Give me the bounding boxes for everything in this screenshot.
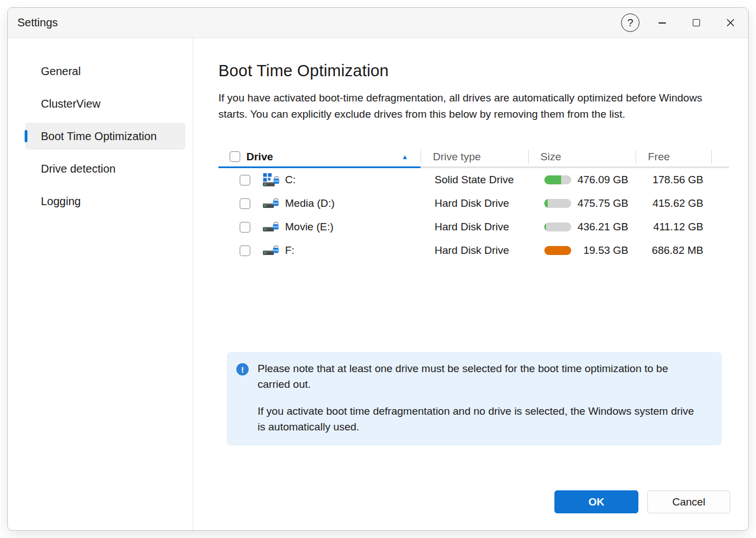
sidebar-item-general[interactable]: General xyxy=(25,58,185,85)
sidebar-item-drive-detection[interactable]: Drive detection xyxy=(25,155,185,182)
notice-text: Please note that at least one drive must… xyxy=(258,361,703,435)
free-value: 411.12 GB xyxy=(636,215,711,239)
column-header-free[interactable]: Free xyxy=(636,147,711,168)
drive-icon xyxy=(263,173,279,187)
main-content: Boot Time Optimization If you have activ… xyxy=(193,38,748,531)
row-extra-cell xyxy=(711,215,729,239)
drive-icon xyxy=(263,220,279,234)
footer-buttons: OK Cancel xyxy=(554,490,730,513)
sidebar: General ClusterView Boot Time Optimizati… xyxy=(8,38,193,531)
drive-checkbox[interactable] xyxy=(240,175,250,185)
maximize-icon[interactable] xyxy=(687,13,706,32)
notice-paragraph-1: Please note that at least one drive must… xyxy=(258,361,703,392)
drive-name: Movie (E:) xyxy=(285,221,334,233)
page-description: If you have activated boot-time defragme… xyxy=(218,90,731,122)
titlebar: Settings ? xyxy=(8,8,748,38)
column-header-drive-label: Drive xyxy=(246,151,273,163)
table-row[interactable]: Media (D:) Hard Disk Drive 475.75 GB 415… xyxy=(218,192,729,215)
usage-bar-fill xyxy=(544,246,571,255)
sidebar-item-label: Logging xyxy=(41,195,81,208)
usage-bar xyxy=(544,199,571,208)
drive-checkbox[interactable] xyxy=(240,198,250,209)
drive-type: Solid State Drive xyxy=(421,168,528,192)
drives-table: Drive ▲ Drive type Size Free xyxy=(218,147,729,262)
notice-box: ! Please note that at least one drive mu… xyxy=(227,352,722,446)
table-body: C: Solid State Drive 476.09 GB 178.56 GB xyxy=(218,168,729,262)
column-header-size[interactable]: Size xyxy=(528,147,636,168)
table-row[interactable]: F: Hard Disk Drive 19.53 GB 686.82 MB xyxy=(218,239,729,262)
drive-name: Media (D:) xyxy=(285,197,335,210)
cancel-button[interactable]: Cancel xyxy=(647,490,730,513)
sidebar-item-clusterview[interactable]: ClusterView xyxy=(25,90,185,117)
usage-bar xyxy=(544,246,571,255)
free-value: 178.56 GB xyxy=(636,168,711,192)
help-icon[interactable]: ? xyxy=(621,13,640,32)
row-extra-cell xyxy=(711,192,729,215)
size-value: 475.75 GB xyxy=(571,197,636,210)
usage-bar xyxy=(544,175,571,184)
column-header-extra xyxy=(711,147,729,168)
sidebar-item-label: Boot Time Optimization xyxy=(41,130,157,143)
free-value: 415.62 GB xyxy=(636,192,711,215)
table-row[interactable]: Movie (E:) Hard Disk Drive 436.21 GB 411… xyxy=(218,215,729,239)
size-value: 19.53 GB xyxy=(571,244,636,257)
drive-type: Hard Disk Drive xyxy=(421,239,528,262)
settings-window: Settings ? General ClusterView Boot Time… xyxy=(7,7,749,531)
sort-ascending-icon: ▲ xyxy=(402,153,408,161)
drive-name: F: xyxy=(285,244,295,257)
drive-type: Hard Disk Drive xyxy=(421,215,528,239)
sidebar-item-boot-time-optimization[interactable]: Boot Time Optimization xyxy=(25,123,185,150)
usage-bar-fill xyxy=(544,175,561,184)
sidebar-item-logging[interactable]: Logging xyxy=(25,188,185,215)
size-value: 476.09 GB xyxy=(571,174,636,186)
info-icon: ! xyxy=(236,363,249,375)
row-extra-cell xyxy=(711,239,729,262)
free-value: 686.82 MB xyxy=(636,239,711,262)
usage-bar-fill xyxy=(544,199,548,208)
page-title: Boot Time Optimization xyxy=(218,61,748,81)
table-row[interactable]: C: Solid State Drive 476.09 GB 178.56 GB xyxy=(218,168,729,192)
column-header-drive-type[interactable]: Drive type xyxy=(421,147,528,168)
notice-paragraph-2: If you activate boot time defragmentatio… xyxy=(258,404,703,435)
window-title: Settings xyxy=(17,16,58,29)
ok-button[interactable]: OK xyxy=(554,490,638,513)
titlebar-controls: ? xyxy=(621,13,740,32)
table-header: Drive ▲ Drive type Size Free xyxy=(218,147,729,168)
sidebar-item-label: Drive detection xyxy=(41,163,115,175)
usage-bar xyxy=(544,222,571,231)
drive-checkbox[interactable] xyxy=(240,222,250,233)
close-icon[interactable] xyxy=(721,13,740,32)
sidebar-item-label: ClusterView xyxy=(41,98,100,110)
drive-icon xyxy=(263,196,279,211)
column-header-drive[interactable]: Drive ▲ xyxy=(218,147,421,168)
drive-icon xyxy=(263,243,279,258)
drive-checkbox[interactable] xyxy=(240,245,250,256)
sidebar-item-label: General xyxy=(41,65,81,78)
drive-name: C: xyxy=(285,174,296,186)
drive-type: Hard Disk Drive xyxy=(421,192,528,215)
size-value: 436.21 GB xyxy=(571,221,636,233)
row-extra-cell xyxy=(711,168,729,192)
usage-bar-fill xyxy=(544,222,546,231)
minimize-icon[interactable] xyxy=(653,13,671,32)
select-all-checkbox[interactable] xyxy=(230,151,240,162)
